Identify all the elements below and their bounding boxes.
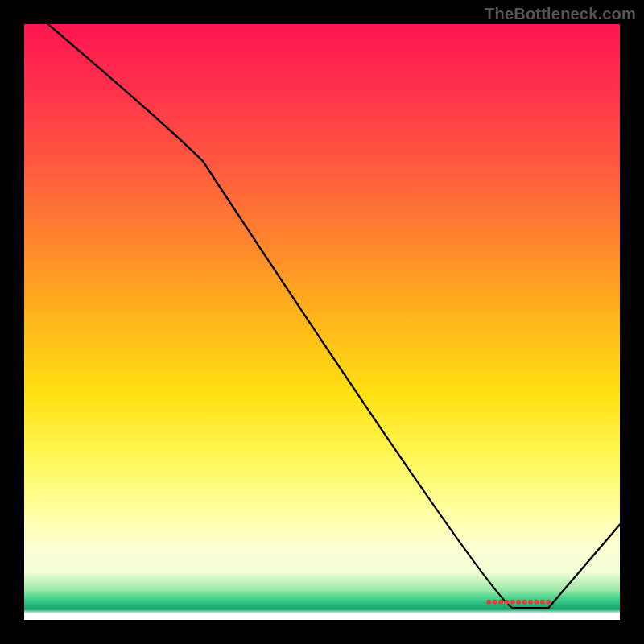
chart-frame: TheBottleneck.com [0, 0, 644, 644]
marker-layer [486, 600, 551, 605]
min-plateau-dot [534, 600, 539, 605]
min-plateau-dot [546, 600, 551, 605]
main-curve-path [48, 24, 620, 608]
plot-area [24, 24, 620, 620]
min-plateau-dot [540, 600, 545, 605]
curve-svg [24, 24, 620, 620]
min-plateau-dot [522, 600, 527, 605]
min-plateau-dot [504, 600, 509, 605]
min-plateau-dot [486, 600, 491, 605]
min-plateau-dot [528, 600, 533, 605]
min-plateau-dot [493, 600, 497, 605]
min-plateau-dot [498, 600, 503, 605]
min-plateau-dot [510, 600, 515, 605]
min-plateau-dot [516, 600, 521, 605]
curve-layer [48, 24, 620, 608]
watermark-text: TheBottleneck.com [485, 5, 636, 23]
